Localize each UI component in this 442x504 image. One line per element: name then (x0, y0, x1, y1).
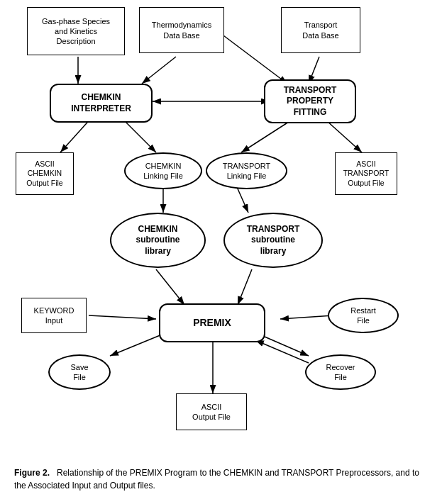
thermo-db-label: ThermodynamicsData Base (152, 20, 211, 40)
figure-label: Figure 2. (14, 468, 50, 478)
chemkin-lib-label: CHEMKINsubroutinelibrary (136, 224, 180, 257)
gas-phase-node: Gas-phase Speciesand KineticsDescription (27, 7, 125, 55)
recover-file-label: RecoverFile (326, 362, 355, 383)
svg-line-8 (241, 121, 291, 152)
ascii-chemkin-out-label: ASCIICHEMKINOutput File (26, 159, 62, 189)
recover-file-node: RecoverFile (305, 354, 376, 390)
svg-line-18 (255, 340, 309, 363)
transport-db-node: TransportData Base (281, 7, 360, 53)
svg-line-14 (89, 315, 156, 319)
thermo-db-node: ThermodynamicsData Base (139, 7, 224, 53)
premix-node: PREMIX (159, 303, 265, 342)
caption: Figure 2. Relationship of the PREMIX Pro… (0, 461, 442, 499)
svg-line-13 (238, 269, 252, 305)
keyword-input-label: KEYWORDInput (34, 306, 74, 326)
arrows-layer (0, 0, 442, 461)
save-file-node: SaveFile (48, 354, 111, 390)
transport-fitting-node: TRANSPORTPROPERTYFITTING (264, 79, 356, 123)
ascii-output-label: ASCIIOutput File (192, 402, 231, 422)
transport-lib-node: TRANSPORTsubroutinelibrary (223, 213, 323, 268)
transport-link-node: TRANSPORTLinking File (206, 152, 287, 189)
gas-phase-label: Gas-phase Speciesand KineticsDescription (42, 16, 110, 47)
transport-fitting-label: TRANSPORTPROPERTYFITTING (284, 85, 337, 118)
save-file-label: SaveFile (70, 362, 88, 383)
ascii-transport-out-label: ASCIITRANSPORTOutput File (343, 159, 389, 189)
ascii-output-node: ASCIIOutput File (176, 393, 247, 430)
svg-line-9 (326, 121, 362, 152)
transport-link-label: TRANSPORTLinking File (223, 161, 271, 181)
svg-line-6 (124, 121, 156, 152)
ascii-chemkin-out-node: ASCIICHEMKINOutput File (16, 152, 74, 195)
transport-db-label: TransportData Base (302, 20, 338, 40)
svg-line-12 (156, 269, 184, 305)
chemkin-interpreter-label: CHEMKININTERPRETER (71, 92, 131, 114)
premix-label: PREMIX (193, 316, 231, 329)
keyword-input-node: KEYWORDInput (21, 298, 87, 333)
ascii-transport-out-node: ASCIITRANSPORTOutput File (335, 152, 397, 195)
chemkin-interpreter-node: CHEMKININTERPRETER (50, 84, 153, 123)
svg-line-3 (142, 57, 176, 84)
diagram: Gas-phase Speciesand KineticsDescription… (0, 0, 442, 461)
chemkin-lib-node: CHEMKINsubroutinelibrary (110, 213, 206, 268)
svg-line-15 (280, 315, 333, 319)
transport-lib-label: TRANSPORTsubroutinelibrary (247, 224, 300, 257)
restart-file-label: RestartFile (350, 306, 375, 326)
chemkin-link-node: CHEMKINLinking File (124, 152, 202, 189)
caption-text: Relationship of the PREMIX Program to th… (14, 468, 419, 491)
restart-file-node: RestartFile (328, 298, 399, 333)
chemkin-link-label: CHEMKINLinking File (143, 161, 183, 181)
